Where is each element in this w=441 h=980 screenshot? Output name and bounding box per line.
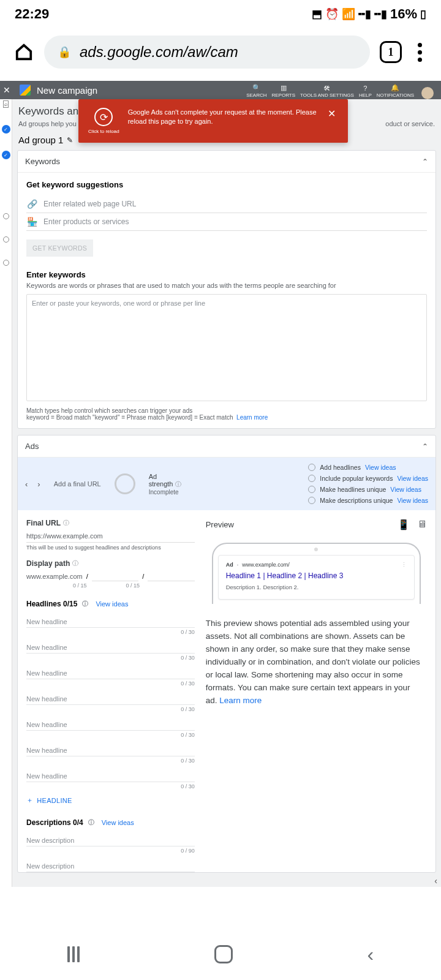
collapse-icon[interactable]: ‹	[434, 876, 437, 886]
link-icon: 🔗	[26, 199, 37, 209]
headlines-header: Headlines 0/15ⓘ View ideas	[26, 600, 195, 608]
signal-icon: ╍▮	[358, 7, 371, 21]
final-url-label: Final URLⓘ	[26, 519, 195, 527]
tab-count-button[interactable]: 1	[380, 41, 402, 63]
products-input[interactable]	[43, 217, 427, 226]
ad-tips: Add headlinesView ideas Include popular …	[308, 464, 428, 504]
status-bar: 22:29 ⬒ ⏰ 📶 ╍▮ ╍▮ 16% ▯	[0, 0, 441, 26]
browser-menu-icon[interactable]	[412, 43, 428, 62]
recents-button[interactable]	[67, 946, 80, 962]
headline-input[interactable]: New headline0 / 30	[26, 667, 195, 679]
add-headline-button[interactable]: ＋HEADLINE	[26, 796, 195, 805]
description-input[interactable]: New description	[26, 860, 195, 872]
signal2-icon: ╍▮	[374, 7, 387, 21]
path2-input[interactable]	[148, 571, 194, 581]
description-input[interactable]: New description0 / 90	[26, 834, 195, 846]
radio-icon	[308, 475, 315, 482]
lock-icon: 🔒	[58, 45, 71, 59]
reload-icon[interactable]: ⟳	[94, 108, 113, 126]
step-circle-1[interactable]	[3, 213, 9, 219]
close-icon[interactable]: ✕	[0, 85, 13, 95]
view-ideas-link[interactable]: View ideas	[397, 497, 428, 504]
enter-keywords-subtitle: Keywords are words or phrases that are u…	[26, 282, 427, 289]
keywords-textarea[interactable]: Enter or paste your keywords, one word o…	[26, 294, 427, 401]
view-ideas-link[interactable]: View ideas	[102, 819, 134, 826]
radio-icon	[308, 486, 315, 493]
phone-frame: Ad·www.example.com/⋮ Headline 1 | Headli…	[212, 543, 421, 604]
preview-description: Description 1. Description 2.	[226, 584, 407, 590]
nav-notifications[interactable]: 🔔NOTIFICATIONS	[377, 84, 414, 99]
info-icon: ⋮	[401, 562, 407, 568]
ads-card-header[interactable]: Ads ⌃	[18, 435, 435, 458]
url-input-row: 🔗	[26, 195, 427, 213]
step-check-1[interactable]: ✓	[2, 125, 10, 134]
display-path-label: Display pathⓘ	[26, 559, 195, 568]
headline-input[interactable]: New headline0 / 30	[26, 744, 195, 756]
view-ideas-link[interactable]: View ideas	[390, 486, 421, 493]
app-topbar: ✕ New campaign 🔍SEARCH ▥REPORTS 🛠TOOLS A…	[0, 81, 441, 99]
keywords-card-header[interactable]: Keywords ⌃	[18, 151, 435, 173]
learn-more-link[interactable]: Learn more	[236, 414, 268, 421]
step-check-2[interactable]: ✓	[2, 151, 10, 159]
radio-icon	[308, 464, 315, 471]
nav-tools[interactable]: 🛠TOOLS AND SETTINGS	[300, 85, 354, 99]
headline-input[interactable]: New headline0 / 30	[26, 616, 195, 628]
google-ads-logo	[20, 85, 31, 96]
match-types-note: Match types help control which searches …	[26, 407, 427, 421]
add-final-url-text: Add a final URL	[54, 480, 101, 488]
status-right: ⬒ ⏰ 📶 ╍▮ ╍▮ 16% ▯	[312, 6, 426, 22]
path-counters: 0 / 150 / 15	[26, 582, 195, 589]
avatar[interactable]	[421, 87, 434, 99]
home-button[interactable]	[214, 945, 233, 963]
final-url-input[interactable]: https://www.example.com	[26, 530, 195, 543]
headline-input[interactable]: New headline0 / 30	[26, 641, 195, 654]
toast-message: Google Ads can't complete your request a…	[128, 108, 317, 127]
chevron-up-icon: ⌃	[422, 442, 428, 451]
nav-search[interactable]: 🔍SEARCH	[246, 84, 266, 99]
help-icon[interactable]: ⓘ	[88, 818, 94, 827]
mobile-preview-icon[interactable]: 📱	[398, 519, 410, 530]
help-icon[interactable]: ⓘ	[63, 519, 69, 527]
tip-row: Make headlines uniqueView ideas	[308, 486, 428, 493]
view-ideas-link[interactable]: View ideas	[397, 475, 428, 482]
get-keywords-button[interactable]: GET KEYWORDS	[26, 239, 93, 257]
prev-ad-icon[interactable]: ‹	[25, 480, 28, 489]
desktop-preview-icon[interactable]: 🖥	[417, 519, 427, 530]
preview-column: Preview 📱 🖥 Ad·www.example.com/⋮ Headlin…	[206, 519, 427, 872]
view-ideas-link[interactable]: View ideas	[365, 464, 396, 471]
ad-pager: ‹ ›	[25, 480, 40, 489]
view-ideas-link[interactable]: View ideas	[96, 600, 128, 608]
step-circle-2[interactable]	[3, 236, 9, 243]
nav-reports[interactable]: ▥REPORTS	[272, 84, 296, 99]
alarm-icon: ⏰	[325, 7, 339, 21]
preview-note: This preview shows potential ads assembl…	[206, 617, 427, 707]
search-small-icon[interactable]: ⌕	[3, 100, 9, 108]
back-button[interactable]: ‹	[367, 943, 374, 966]
wifi-icon: 📶	[342, 7, 355, 21]
headline-input[interactable]: New headline0 / 30	[26, 770, 195, 782]
reload-label: Click to reload	[88, 129, 119, 134]
path1-input[interactable]	[92, 571, 138, 581]
top-nav: 🔍SEARCH ▥REPORTS 🛠TOOLS AND SETTINGS ?HE…	[246, 81, 441, 99]
step-circle-3[interactable]	[3, 260, 9, 266]
help-icon[interactable]: ⓘ	[175, 481, 181, 488]
ad-strength-labels: Ad strength ⓘ Incomplete	[149, 473, 181, 496]
help-icon[interactable]: ⓘ	[72, 559, 78, 568]
tip-row: Include popular keywordsView ideas	[308, 475, 428, 482]
edit-icon[interactable]: ✎	[67, 136, 73, 145]
headline-input[interactable]: New headline0 / 30	[26, 718, 195, 731]
help-icon[interactable]: ⓘ	[82, 600, 88, 608]
headline-input[interactable]: New headline0 / 30	[26, 693, 195, 705]
ads-info-bar: ‹ › Add a final URL Ad strength ⓘ Incomp…	[18, 458, 435, 510]
url-input[interactable]	[43, 200, 427, 208]
address-url: ads.google.com/aw/cam	[80, 43, 238, 61]
close-icon[interactable]: ✕	[325, 108, 338, 119]
final-url-note: This will be used to suggest headlines a…	[26, 545, 195, 551]
learn-more-link[interactable]: Learn more	[219, 696, 262, 705]
chevron-up-icon: ⌃	[422, 157, 428, 166]
nav-help[interactable]: ?HELP	[359, 85, 372, 99]
next-ad-icon[interactable]: ›	[37, 480, 40, 489]
address-bar[interactable]: 🔒 ads.google.com/aw/cam	[44, 36, 370, 69]
browser-home-icon[interactable]	[13, 42, 34, 62]
ad-editor-column: Final URLⓘ https://www.example.com This …	[26, 519, 195, 872]
